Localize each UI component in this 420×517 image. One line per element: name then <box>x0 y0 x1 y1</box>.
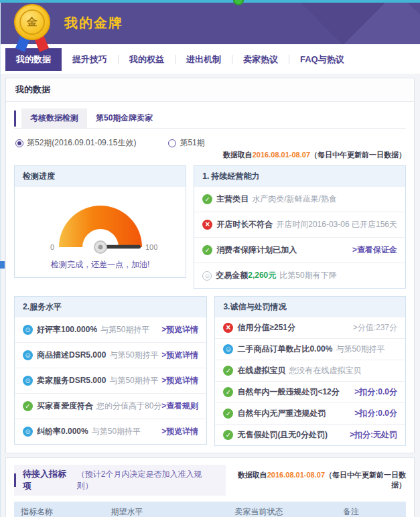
tab-seller-discussion[interactable]: 卖家热议 <box>232 48 289 71</box>
gauge-caption: 检测完成，还差一点，加油! <box>15 259 186 271</box>
check-icon <box>223 430 233 440</box>
row-detail: 与第50期持平 <box>109 375 158 386</box>
row-label: 买家喜爱度符合 <box>37 400 93 412</box>
smiley-icon <box>223 344 233 354</box>
check-icon <box>223 366 233 376</box>
subtab-assessment-data[interactable]: 考核数据检测 <box>21 108 87 128</box>
panel-row: 信用分值≥251分 >分值:237分 <box>215 317 405 338</box>
pending-subtitle: （预计2个月内决定是否加入准入规则） <box>77 469 216 492</box>
period-52-label: 第52期(2016.09.01-09.15生效) <box>27 137 136 149</box>
gauge-chart: 0 100 <box>27 195 173 254</box>
radio-selected-icon[interactable] <box>15 139 23 147</box>
service-level-panel: 2.服务水平 好评率100.000% 与第50期持平 >预览详情 商品描述DSR… <box>14 296 207 445</box>
panel-row: 买家喜爱度符合 您的分值高于80分 >查看规则 <box>15 393 206 419</box>
transaction-amount-value: 2,260元 <box>248 270 276 281</box>
tab-improve-skills[interactable]: 提升技巧 <box>62 48 118 71</box>
row-detail: 您的分值高于80分 <box>96 400 161 412</box>
section-title: 我的数据 <box>6 78 414 102</box>
left-edge-line <box>0 0 1 517</box>
pending-title: 待接入指标项 <box>23 468 74 492</box>
deduction-link[interactable]: >扣分:0.0分 <box>354 386 397 398</box>
col-indicator-name: 指标名称 <box>14 502 104 517</box>
cross-icon <box>202 220 212 230</box>
deduction-link[interactable]: >扣分:0.0分 <box>354 408 397 419</box>
period-radio-51[interactable]: 第51期 <box>168 137 204 149</box>
panel-row: 交易金额 2,260元 比第50期有下降 <box>194 263 405 288</box>
medal-char: 金 <box>19 9 45 35</box>
row-label: 纠纷率0.000% <box>37 426 88 437</box>
continuous-operation-panel: 1. 持续经营能力 主营类目 水产肉类/新鲜蔬果/熟食 开店时长不符合 开店时间… <box>194 165 406 289</box>
check-icon <box>223 387 233 397</box>
row-label: 二手商品订单数占比0.00% <box>237 344 332 355</box>
radio-unselected-icon[interactable] <box>168 139 176 147</box>
pending-accent-bar <box>14 473 16 487</box>
row-label: 开店时长不符合 <box>216 219 273 230</box>
view-deposit-link[interactable]: >查看保证金 <box>352 244 397 256</box>
col-current-status: 卖家当前状态 <box>222 502 296 517</box>
row-detail: 开店时间2016-03-06 已开店156天 <box>276 219 397 230</box>
check-icon <box>23 401 33 411</box>
panel1-title: 1. 持续经营能力 <box>194 166 405 187</box>
preview-detail-link[interactable]: >预览详情 <box>161 324 198 336</box>
gauge-min-label: 0 <box>50 243 54 251</box>
tab-my-benefits[interactable]: 我的权益 <box>119 48 175 71</box>
preview-detail-link[interactable]: >预览详情 <box>161 426 198 437</box>
panel-row: 消费者保障计划已加入 >查看保证金 <box>194 237 405 263</box>
gold-medal-icon: 金 <box>11 4 53 55</box>
preview-detail-link[interactable]: >预览详情 <box>161 375 198 386</box>
data-source-note: 数据取自2016.08.01-08.07（每日中午更新前一日数据） <box>226 470 407 490</box>
panel-row: 二手商品订单数占比0.00% 与第50期持平 <box>215 338 405 360</box>
row-label: 好评率100.000% <box>37 324 97 336</box>
panel-row: 无售假处罚(且无0分处罚) >扣分:无处罚 <box>215 424 405 445</box>
page-title: 我的金牌 <box>64 14 123 32</box>
check-icon <box>202 245 212 255</box>
period-radio-52[interactable]: 第52期(2016.09.01-09.15生效) <box>15 137 136 149</box>
my-data-section: 我的数据 考核数据检测 第50期金牌卖家 第52期(2016.09.01-09.… <box>5 78 415 453</box>
panel2-title: 2.服务水平 <box>15 297 206 317</box>
medal-circle: 金 <box>14 4 50 40</box>
row-detail: 与第50期持平 <box>336 344 384 355</box>
panel-row: 自然年内一般违规处罚<12分 >扣分:0.0分 <box>215 381 405 402</box>
banner-background <box>0 3 420 44</box>
panel-row: 主营类目 水产肉类/新鲜蔬果/熟食 <box>194 187 405 212</box>
main-tab-bar: 我的数据 提升技巧 我的权益 进出机制 卖家热议 FAQ与热议 <box>0 44 420 74</box>
row-detail: 与第50期持平 <box>100 324 149 336</box>
panel3-title: 3.诚信与处罚情况 <box>215 297 405 317</box>
table-header-row: 指标名称 期望水平 卖家当前状态 备注 <box>14 502 406 517</box>
tab-entry-exit-rules[interactable]: 进出机制 <box>176 48 232 71</box>
pending-indicators-section: 待接入指标项 （预计2个月内决定是否加入准入规则） 数据取自2016.08.01… <box>5 457 415 517</box>
row-label: 卖家服务DSR5.000 <box>37 375 106 386</box>
data-note-suffix: （每日中午更新前一日数据） <box>325 471 406 489</box>
tab-faq[interactable]: FAQ与热议 <box>289 48 355 71</box>
row-label: 无售假处罚(且无0分处罚) <box>237 429 328 441</box>
panel-row: 商品描述DSR5.000 与第50期持平 >预览详情 <box>15 342 206 368</box>
row-label: 商品描述DSR5.000 <box>37 350 106 361</box>
subtab-accent-bar <box>14 110 16 127</box>
row-label: 交易金额 <box>216 270 248 281</box>
credit-score-note: >分值:237分 <box>353 322 397 334</box>
period-selector: 第52期(2016.09.01-09.15生效) 第51期 <box>15 137 406 149</box>
col-expected-level: 期望水平 <box>104 502 222 517</box>
panel-row: 纠纷率0.000% 与第50期持平 >预览详情 <box>15 419 206 444</box>
row-detail: 水产肉类/新鲜蔬果/熟食 <box>252 194 337 205</box>
gauge-max-label: 100 <box>145 243 157 251</box>
row-detail: 与第50期持平 <box>109 350 158 361</box>
panel-row: 好评率100.000% 与第50期持平 >预览详情 <box>15 317 206 342</box>
progress-gauge: 0 100 检测完成，还差一点，加油! <box>15 187 186 277</box>
sub-tab-bar: 考核数据检测 第50期金牌卖家 <box>14 108 406 129</box>
smiley-icon <box>23 427 33 437</box>
check-icon <box>202 194 212 204</box>
cross-icon <box>223 323 233 333</box>
col-remark: 备注 <box>296 502 406 517</box>
panel-row: 在线虚拟宝贝 您没有在线虚拟宝贝 <box>215 360 405 381</box>
preview-detail-link[interactable]: >预览详情 <box>161 350 198 361</box>
smiley-icon <box>23 325 33 335</box>
data-note-range: 2016.08.01-08.07 <box>253 151 310 159</box>
data-note-suffix: （每日中午更新前一日数据） <box>310 151 406 159</box>
view-rules-link[interactable]: >查看规则 <box>161 400 198 412</box>
check-icon <box>223 409 233 419</box>
smiley-icon <box>23 376 33 386</box>
deduction-link[interactable]: >扣分:无处罚 <box>350 429 397 441</box>
subtab-period-50-sellers[interactable]: 第50期金牌卖家 <box>87 108 161 128</box>
row-label: 自然年内无严重违规处罚 <box>237 408 326 419</box>
